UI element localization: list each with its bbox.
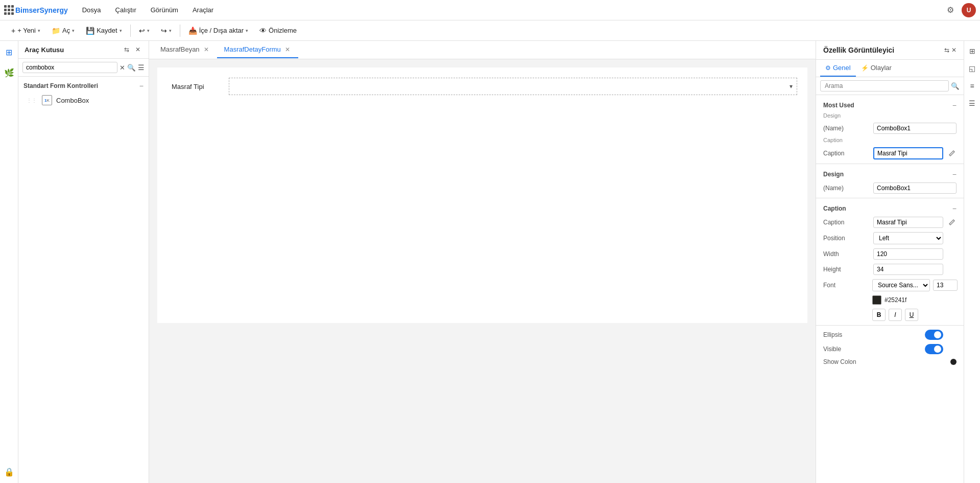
preview-label: Önizleme (269, 27, 297, 34)
right-icon-3[interactable]: ≡ (966, 80, 978, 92)
prop-tab-genel[interactable]: ⚙ Genel (820, 60, 856, 77)
preview-icon: 👁 (259, 27, 267, 35)
redo-icon: ↪ (161, 27, 167, 35)
toolbox-header-actions: ⇆ ✕ (122, 45, 142, 54)
tab-masrafdetayformu-label: MasrafDetayFormu (224, 45, 281, 53)
most-used-title: Most Used (823, 102, 854, 109)
menu-araclar[interactable]: Araçlar (186, 3, 220, 17)
ellipsis-toggle[interactable] (925, 330, 943, 340)
import-export-dropdown-arrow: ▾ (246, 28, 248, 33)
divider-1 (816, 164, 964, 164)
tab-masrafbeyan[interactable]: MasrafBeyan ✕ (153, 41, 217, 58)
new-icon: + (11, 27, 15, 35)
toolbox-template-button[interactable]: ☰ (138, 63, 145, 72)
caption-color-box[interactable] (872, 295, 881, 305)
design-collapse-button[interactable]: − (952, 170, 957, 178)
save-button[interactable]: 💾 Kaydet ▾ (81, 24, 127, 37)
property-panel-pin-button[interactable]: ⇆ (944, 47, 949, 54)
toolbox-clear-search-button[interactable]: ✕ (119, 64, 125, 72)
property-search-input[interactable] (820, 80, 949, 91)
toolbox-search-button[interactable]: 🔍 (127, 64, 136, 72)
prop-tab-olaylar[interactable]: ⚡ Olaylar (856, 60, 897, 77)
most-used-caption-row: Caption (816, 145, 964, 162)
caption-position-select[interactable]: Left Right Top (873, 232, 943, 244)
most-used-caption-value-container (873, 147, 943, 159)
right-icon-2[interactable]: ◱ (966, 62, 978, 75)
caption-font-select[interactable]: Source Sans... (872, 279, 930, 291)
form-combobox-masraf-tipi[interactable]: ▾ (229, 78, 797, 95)
toolbox-pin-button[interactable]: ⇆ (122, 45, 131, 54)
caption-height-input[interactable] (873, 264, 943, 275)
redo-dropdown-arrow: ▾ (169, 28, 172, 33)
property-panel: Özellik Görüntüleyici ⇆ ✕ ⚙ Genel ⚡ Olay… (816, 41, 964, 483)
toolbox-section-header: Standart Form Kontrolleri − (22, 80, 145, 92)
menu-calistir[interactable]: Çalıştır (109, 3, 142, 17)
most-used-name-row: (Name) (816, 121, 964, 136)
tree-nav-icon[interactable]: 🌿 (2, 65, 16, 80)
edit-icon-svg (948, 150, 955, 157)
new-dropdown-arrow: ▾ (38, 28, 40, 33)
show-colon-dot[interactable] (950, 359, 957, 365)
caption-caption-edit-icon[interactable] (947, 218, 957, 227)
property-panel-title: Özellik Görüntüleyici (823, 46, 894, 54)
preview-button[interactable]: 👁 Önizleme (254, 24, 302, 37)
toolbox-close-button[interactable]: ✕ (133, 45, 142, 54)
tab-masrafbeyan-close[interactable]: ✕ (203, 46, 210, 53)
caption-collapse-button[interactable]: − (952, 204, 957, 213)
right-icon-4[interactable]: ☰ (966, 97, 978, 109)
most-used-collapse-button[interactable]: − (952, 101, 957, 109)
menu-gorunum[interactable]: Görünüm (145, 3, 184, 17)
toolbox-item-label: ComboBox (56, 97, 89, 104)
separator-2 (180, 25, 180, 37)
caption-font-label: Font (823, 282, 869, 289)
redo-button[interactable]: ↪ ▾ (156, 24, 177, 37)
new-button[interactable]: + + Yeni ▾ (6, 24, 45, 37)
most-used-caption-input[interactable] (873, 147, 943, 159)
most-used-name-input[interactable] (873, 123, 957, 134)
toolbox-nav-icon[interactable]: ⊞ (2, 45, 16, 59)
ellipsis-suffix (947, 330, 957, 339)
visible-label: Visible (823, 346, 921, 353)
bottom-nav-icon[interactable]: 🔒 (2, 465, 16, 479)
tab-masrafdetayformu-close[interactable]: ✕ (284, 46, 291, 53)
avatar[interactable]: U (962, 3, 976, 17)
undo-button[interactable]: ↩ ▾ (134, 24, 155, 37)
form-canvas: Masraf Tipi ▾ (157, 67, 807, 323)
property-panel-close-button[interactable]: ✕ (951, 47, 957, 54)
open-button[interactable]: 📁 Aç ▾ (46, 24, 80, 37)
toolbox-item-combobox[interactable]: ⋮⋮ 1K ComboBox (22, 92, 145, 108)
grid-icon (4, 5, 12, 15)
import-export-button[interactable]: 📥 İçe / Dışa aktar ▾ (183, 24, 253, 37)
caption-caption-input[interactable] (873, 217, 943, 228)
open-dropdown-arrow: ▾ (72, 28, 75, 33)
toolbox-panel: Araç Kutusu ⇆ ✕ ✕ 🔍 ☰ Standart Form Kont… (18, 41, 149, 483)
visible-toggle[interactable] (925, 344, 943, 354)
tab-masrafdetayformu[interactable]: MasrafDetayFormu ✕ (217, 41, 298, 58)
menu-dosya[interactable]: Dosya (76, 3, 107, 17)
app-logo: BimserSynergy (4, 5, 68, 15)
drag-handle-icon: ⋮⋮ (27, 98, 37, 103)
olaylar-tab-icon: ⚡ (861, 64, 869, 72)
caption-font-size-input[interactable] (933, 280, 958, 291)
import-export-label: İçe / Dışa aktar (199, 27, 244, 34)
design-subsection-label: Design (816, 111, 964, 121)
toolbox-search-input[interactable] (22, 62, 117, 73)
bold-button[interactable]: B (872, 309, 886, 321)
italic-button[interactable]: I (889, 309, 902, 321)
design-name-label: (Name) (823, 185, 869, 192)
genel-tab-icon: ⚙ (825, 64, 831, 72)
caption-caption-value-container (873, 217, 943, 228)
design-name-input[interactable] (873, 182, 957, 194)
underline-button[interactable]: U (905, 309, 918, 321)
caption-width-input[interactable] (873, 248, 943, 260)
toolbox-section-title: Standart Form Kontrolleri (23, 82, 98, 89)
prop-tab-olaylar-label: Olaylar (871, 64, 892, 72)
settings-icon[interactable]: ⚙ (943, 3, 958, 17)
undo-icon: ↩ (139, 27, 145, 35)
caption-edit-icon[interactable] (947, 149, 957, 158)
toolbox-section-collapse-button[interactable]: − (139, 82, 144, 90)
topbar: BimserSynergy Dosya Çalıştır Görünüm Ara… (0, 0, 980, 20)
property-search-button[interactable]: 🔍 (951, 82, 960, 90)
design-name-row: (Name) (816, 180, 964, 196)
right-icon-1[interactable]: ⊞ (966, 45, 978, 57)
